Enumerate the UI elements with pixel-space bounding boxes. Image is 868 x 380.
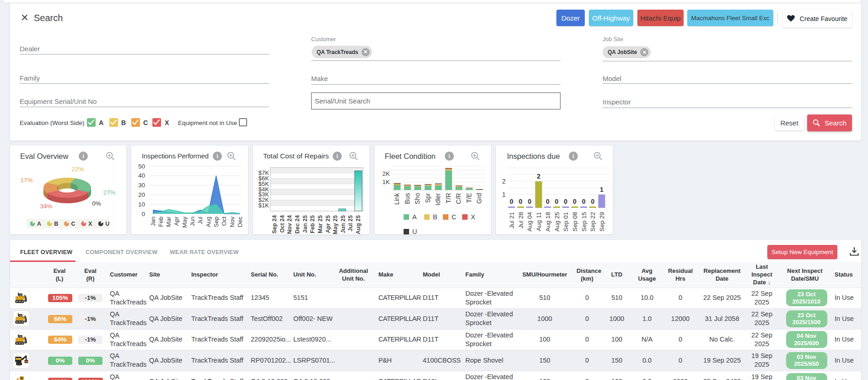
svg-text:T/R: T/R bbox=[445, 193, 452, 204]
svg-text:Sep 24: Sep 24 bbox=[271, 215, 278, 233]
svg-text:Apr: Apr bbox=[173, 216, 180, 226]
svg-text:Jan 25: Jan 25 bbox=[302, 215, 308, 233]
svg-text:Sep 22: Sep 22 bbox=[589, 212, 596, 232]
svg-text:Sep 08: Sep 08 bbox=[571, 212, 578, 232]
svg-text:22%: 22% bbox=[71, 166, 84, 173]
svg-text:Link: Link bbox=[393, 193, 400, 205]
svg-text:50: 50 bbox=[138, 163, 145, 170]
svg-text:30: 30 bbox=[138, 182, 145, 189]
svg-text:Idler: Idler bbox=[434, 193, 442, 206]
svg-text:0: 0 bbox=[564, 198, 567, 205]
svg-text:0: 0 bbox=[582, 198, 586, 205]
svg-text:U: U bbox=[105, 221, 109, 227]
svg-text:B: B bbox=[433, 213, 437, 221]
svg-text:Feb: Feb bbox=[157, 217, 164, 227]
svg-text:40: 40 bbox=[138, 172, 145, 179]
svg-text:Apr 25: Apr 25 bbox=[325, 215, 331, 233]
svg-text:2: 2 bbox=[537, 173, 540, 180]
svg-text:X: X bbox=[88, 221, 92, 227]
svg-text:Aug 11: Aug 11 bbox=[535, 212, 542, 231]
svg-text:Jul 25: Jul 25 bbox=[347, 215, 354, 231]
svg-text:Bus: Bus bbox=[404, 193, 411, 204]
svg-text:Jun 25: Jun 25 bbox=[340, 215, 346, 233]
svg-text:C: C bbox=[71, 221, 75, 227]
svg-text:Jul: Jul bbox=[197, 217, 204, 224]
svg-text:34%: 34% bbox=[40, 203, 52, 210]
svg-text:U: U bbox=[412, 228, 417, 234]
svg-text:Dec: Dec bbox=[237, 217, 243, 228]
svg-text:A: A bbox=[412, 213, 417, 221]
svg-text:Jul 21: Jul 21 bbox=[508, 212, 515, 228]
svg-text:Mar 25: Mar 25 bbox=[317, 215, 323, 233]
svg-text:2: 2 bbox=[502, 178, 506, 185]
svg-text:0: 0 bbox=[141, 211, 145, 217]
svg-text:May 25: May 25 bbox=[332, 215, 339, 234]
svg-text:0: 0 bbox=[519, 198, 523, 205]
svg-text:0: 0 bbox=[510, 198, 513, 205]
svg-text:Sep 29: Sep 29 bbox=[598, 212, 605, 232]
svg-text:Aug 04: Aug 04 bbox=[526, 212, 533, 232]
svg-text:Sep: Sep bbox=[213, 217, 220, 227]
svg-text:Aug 25: Aug 25 bbox=[355, 215, 361, 234]
svg-text:Jul 28: Jul 28 bbox=[518, 212, 524, 228]
svg-text:Sho: Sho bbox=[414, 193, 421, 204]
svg-text:Aug 18: Aug 18 bbox=[545, 212, 551, 232]
svg-text:Dec 24: Dec 24 bbox=[294, 215, 301, 233]
svg-text:C/R: C/R bbox=[455, 193, 462, 204]
svg-text:1K: 1K bbox=[382, 179, 390, 185]
svg-text:0: 0 bbox=[546, 198, 550, 205]
svg-text:C: C bbox=[452, 213, 456, 221]
svg-text:27%: 27% bbox=[103, 189, 115, 196]
svg-text:X: X bbox=[471, 213, 475, 221]
svg-text:17%: 17% bbox=[20, 177, 32, 184]
svg-text:10: 10 bbox=[138, 201, 145, 208]
svg-text:B: B bbox=[54, 221, 58, 227]
svg-text:May: May bbox=[181, 217, 188, 228]
svg-text:1: 1 bbox=[502, 191, 506, 198]
svg-text:Oct 24: Oct 24 bbox=[279, 215, 286, 233]
svg-text:0: 0 bbox=[573, 198, 577, 205]
svg-text:T/E: T/E bbox=[465, 193, 473, 203]
svg-text:0: 0 bbox=[591, 198, 594, 205]
svg-text:Feb 25: Feb 25 bbox=[309, 215, 316, 233]
svg-text:Mar: Mar bbox=[165, 216, 172, 227]
svg-text:Grd: Grd bbox=[475, 193, 483, 204]
svg-text:Oct: Oct bbox=[221, 217, 227, 226]
svg-text:Aug: Aug bbox=[205, 217, 212, 227]
svg-text:Jan: Jan bbox=[150, 217, 156, 226]
svg-text:Sep 01: Sep 01 bbox=[562, 212, 569, 232]
svg-text:0: 0 bbox=[528, 198, 532, 205]
svg-text:0: 0 bbox=[555, 198, 559, 205]
svg-text:Sep 15: Sep 15 bbox=[581, 212, 588, 232]
svg-text:20: 20 bbox=[138, 191, 145, 198]
svg-text:2K: 2K bbox=[382, 170, 390, 177]
svg-text:Nov: Nov bbox=[229, 217, 236, 228]
svg-text:1: 1 bbox=[600, 186, 604, 193]
svg-text:Spr: Spr bbox=[424, 193, 431, 203]
svg-text:$1K: $1K bbox=[259, 202, 269, 209]
svg-text:Nov 24: Nov 24 bbox=[286, 215, 293, 234]
svg-text:A: A bbox=[37, 221, 41, 227]
svg-text:Aug 25: Aug 25 bbox=[554, 212, 561, 232]
svg-text:0%: 0% bbox=[92, 200, 101, 207]
svg-text:Jun: Jun bbox=[189, 217, 196, 226]
